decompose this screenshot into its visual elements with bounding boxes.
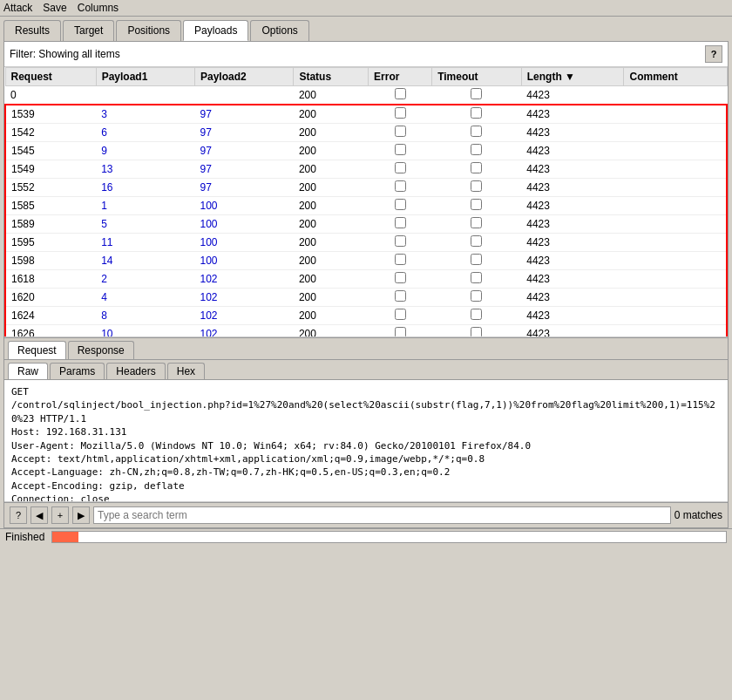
table-cell[interactable] bbox=[369, 325, 432, 338]
table-cell[interactable] bbox=[432, 307, 522, 325]
table-cell[interactable] bbox=[369, 105, 432, 124]
table-cell[interactable] bbox=[432, 105, 522, 124]
col-comment[interactable]: Comment bbox=[624, 68, 727, 86]
table-cell[interactable] bbox=[369, 142, 432, 160]
error-checkbox[interactable] bbox=[395, 290, 406, 302]
table-cell[interactable] bbox=[369, 179, 432, 197]
tab-request[interactable]: Request bbox=[8, 341, 66, 359]
table-cell[interactable] bbox=[369, 270, 432, 289]
table-cell[interactable] bbox=[432, 234, 522, 252]
timeout-checkbox[interactable] bbox=[471, 180, 482, 192]
error-checkbox[interactable] bbox=[395, 162, 406, 173]
col-payload1[interactable]: Payload1 bbox=[96, 68, 194, 86]
table-cell[interactable] bbox=[369, 197, 432, 215]
next-button[interactable]: ▶ bbox=[72, 506, 90, 524]
table-row[interactable]: 155216972004423 bbox=[5, 179, 727, 197]
tab-positions[interactable]: Positions bbox=[116, 20, 181, 41]
error-checkbox[interactable] bbox=[395, 217, 406, 228]
table-row[interactable]: 02004423 bbox=[5, 86, 727, 105]
table-cell[interactable] bbox=[432, 252, 522, 270]
table-row[interactable]: 1595111002004423 bbox=[5, 234, 727, 252]
table-cell[interactable] bbox=[432, 160, 522, 179]
timeout-checkbox[interactable] bbox=[471, 235, 482, 247]
error-checkbox[interactable] bbox=[395, 180, 406, 192]
col-length[interactable]: Length ▼ bbox=[521, 68, 624, 86]
table-cell[interactable] bbox=[432, 215, 522, 234]
help-icon-button[interactable]: ? bbox=[10, 506, 27, 524]
table-cell[interactable] bbox=[369, 124, 432, 142]
error-checkbox[interactable] bbox=[395, 272, 406, 283]
timeout-checkbox[interactable] bbox=[471, 107, 482, 119]
error-checkbox[interactable] bbox=[395, 199, 406, 210]
tab-options[interactable]: Options bbox=[250, 20, 308, 41]
col-status[interactable]: Status bbox=[294, 68, 369, 86]
menu-attack[interactable]: Attack bbox=[3, 2, 32, 14]
timeout-checkbox[interactable] bbox=[471, 144, 482, 155]
table-cell[interactable] bbox=[432, 179, 522, 197]
subtab-hex[interactable]: Hex bbox=[167, 363, 205, 379]
timeout-checkbox[interactable] bbox=[471, 254, 482, 265]
subtab-params[interactable]: Params bbox=[50, 363, 105, 379]
plus-button[interactable]: + bbox=[51, 506, 69, 524]
col-request[interactable]: Request bbox=[5, 68, 96, 86]
table-cell[interactable] bbox=[369, 215, 432, 234]
table-cell[interactable] bbox=[369, 86, 432, 105]
table-cell[interactable] bbox=[369, 252, 432, 270]
error-checkbox[interactable] bbox=[395, 309, 406, 320]
col-timeout[interactable]: Timeout bbox=[432, 68, 522, 86]
timeout-checkbox[interactable] bbox=[471, 217, 482, 228]
error-checkbox[interactable] bbox=[395, 126, 406, 137]
timeout-checkbox[interactable] bbox=[471, 327, 482, 337]
timeout-checkbox[interactable] bbox=[471, 126, 482, 137]
error-checkbox[interactable] bbox=[395, 254, 406, 265]
col-payload2[interactable]: Payload2 bbox=[195, 68, 294, 86]
timeout-checkbox[interactable] bbox=[471, 290, 482, 302]
table-row[interactable]: 15426972004423 bbox=[5, 124, 727, 142]
subtab-headers[interactable]: Headers bbox=[106, 363, 165, 379]
error-checkbox[interactable] bbox=[395, 107, 406, 119]
table-row[interactable]: 1598141002004423 bbox=[5, 252, 727, 270]
menu-save[interactable]: Save bbox=[43, 2, 66, 14]
timeout-checkbox[interactable] bbox=[471, 272, 482, 283]
table-cell[interactable] bbox=[432, 325, 522, 338]
search-input[interactable] bbox=[93, 506, 671, 524]
table-cell[interactable] bbox=[369, 234, 432, 252]
col-error[interactable]: Error bbox=[369, 68, 432, 86]
table-cell[interactable] bbox=[432, 270, 522, 289]
table-row[interactable]: 15393972004423 bbox=[5, 105, 727, 124]
subtab-raw[interactable]: Raw bbox=[8, 363, 48, 379]
table-cell[interactable] bbox=[432, 86, 522, 105]
table-cell[interactable] bbox=[432, 142, 522, 160]
error-checkbox[interactable] bbox=[395, 235, 406, 247]
table-cell[interactable] bbox=[432, 124, 522, 142]
table-row[interactable]: 1626101022004423 bbox=[5, 325, 727, 338]
prev-button[interactable]: ◀ bbox=[30, 506, 48, 524]
error-checkbox[interactable] bbox=[395, 88, 406, 99]
table-row[interactable]: 162041022004423 bbox=[5, 289, 727, 307]
table-row[interactable]: 154913972004423 bbox=[5, 160, 727, 179]
table-cell[interactable] bbox=[432, 197, 522, 215]
menu-columns[interactable]: Columns bbox=[78, 2, 119, 14]
timeout-checkbox[interactable] bbox=[471, 199, 482, 210]
tab-target[interactable]: Target bbox=[63, 20, 114, 41]
table-row[interactable]: 162481022004423 bbox=[5, 307, 727, 325]
table-row[interactable]: 161821022004423 bbox=[5, 270, 727, 289]
timeout-checkbox[interactable] bbox=[471, 162, 482, 173]
table-cell[interactable] bbox=[369, 160, 432, 179]
tab-response[interactable]: Response bbox=[68, 341, 134, 359]
table-cell[interactable] bbox=[369, 307, 432, 325]
table-cell[interactable] bbox=[369, 289, 432, 307]
tab-payloads[interactable]: Payloads bbox=[183, 20, 248, 41]
table-row[interactable]: 158951002004423 bbox=[5, 215, 727, 234]
error-checkbox[interactable] bbox=[395, 327, 406, 337]
tab-results[interactable]: Results bbox=[3, 20, 61, 41]
table-cell[interactable] bbox=[432, 289, 522, 307]
timeout-checkbox[interactable] bbox=[471, 309, 482, 320]
timeout-checkbox[interactable] bbox=[471, 88, 482, 99]
table-row[interactable]: 158511002004423 bbox=[5, 197, 727, 215]
error-checkbox[interactable] bbox=[395, 144, 406, 155]
table-row[interactable]: 15459972004423 bbox=[5, 142, 727, 160]
table-cell bbox=[624, 142, 727, 160]
results-table-container[interactable]: Request Payload1 Payload2 Status Error T… bbox=[4, 67, 728, 337]
filter-help-button[interactable]: ? bbox=[705, 45, 722, 63]
